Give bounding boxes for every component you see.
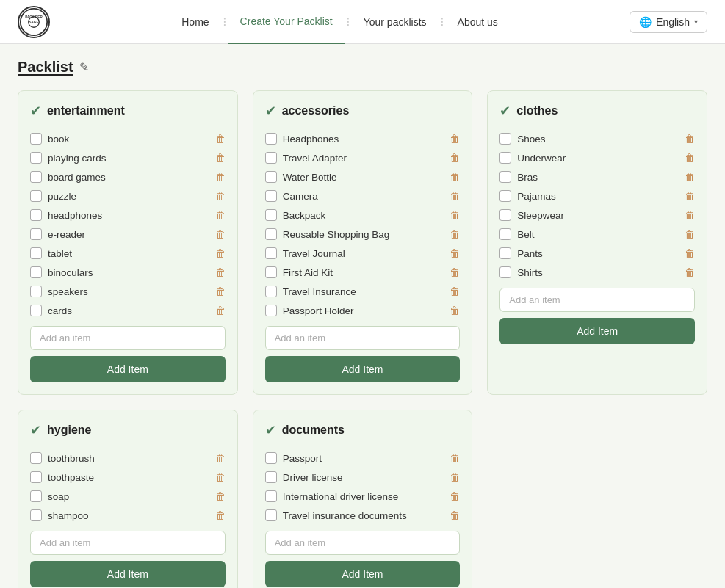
delete-icon[interactable]: 🗑 <box>215 228 226 240</box>
item-checkbox[interactable] <box>265 133 277 145</box>
item-checkbox[interactable] <box>499 266 511 278</box>
delete-icon[interactable]: 🗑 <box>450 152 460 164</box>
delete-icon[interactable]: 🗑 <box>685 171 695 183</box>
item-checkbox[interactable] <box>265 286 277 297</box>
item-label: Passport Holder <box>283 305 444 316</box>
delete-icon[interactable]: 🗑 <box>215 209 226 221</box>
delete-icon[interactable]: 🗑 <box>450 509 460 521</box>
item-checkbox[interactable] <box>499 190 511 202</box>
delete-icon[interactable]: 🗑 <box>450 133 460 145</box>
item-checkbox[interactable] <box>265 490 277 502</box>
delete-icon[interactable]: 🗑 <box>215 152 226 164</box>
item-checkbox[interactable] <box>30 190 42 202</box>
delete-icon[interactable]: 🗑 <box>450 228 460 240</box>
list-item: board games 🗑 <box>30 167 226 186</box>
item-checkbox[interactable] <box>30 509 42 521</box>
delete-icon[interactable]: 🗑 <box>450 247 460 259</box>
delete-icon[interactable]: 🗑 <box>450 452 460 464</box>
item-checkbox[interactable] <box>265 209 277 221</box>
delete-icon[interactable]: 🗑 <box>215 190 226 202</box>
delete-icon[interactable]: 🗑 <box>685 152 695 164</box>
item-checkbox[interactable] <box>499 152 511 164</box>
item-checkbox[interactable] <box>30 305 42 316</box>
category-card-clothes: ✔ clothes Shoes 🗑 Underwear 🗑 Bras 🗑 Paj… <box>487 90 707 395</box>
item-checkbox[interactable] <box>265 247 277 259</box>
main-nav: Home ⁝ Create Your Packlist ⁝ Your packl… <box>170 0 510 44</box>
add-item-input[interactable] <box>30 531 226 555</box>
item-checkbox[interactable] <box>265 509 277 521</box>
item-checkbox[interactable] <box>30 471 42 483</box>
item-checkbox[interactable] <box>499 133 511 145</box>
item-checkbox[interactable] <box>265 452 277 464</box>
item-checkbox[interactable] <box>265 305 277 316</box>
item-checkbox[interactable] <box>30 209 42 221</box>
delete-icon[interactable]: 🗑 <box>215 452 226 464</box>
delete-icon[interactable]: 🗑 <box>215 133 226 145</box>
delete-icon[interactable]: 🗑 <box>450 171 460 183</box>
delete-icon[interactable]: 🗑 <box>215 266 226 278</box>
item-checkbox[interactable] <box>30 490 42 502</box>
item-label: Underwear <box>517 153 679 164</box>
delete-icon[interactable]: 🗑 <box>685 133 695 145</box>
add-item-button[interactable]: Add Item <box>499 318 695 344</box>
delete-icon[interactable]: 🗑 <box>215 509 226 521</box>
nav-create[interactable]: Create Your Packlist <box>228 0 345 44</box>
item-checkbox[interactable] <box>265 471 277 483</box>
delete-icon[interactable]: 🗑 <box>450 305 460 316</box>
nav-about[interactable]: About us <box>446 0 510 44</box>
item-checkbox[interactable] <box>265 152 277 164</box>
item-checkbox[interactable] <box>30 228 42 240</box>
delete-icon[interactable]: 🗑 <box>685 247 695 259</box>
delete-icon[interactable]: 🗑 <box>685 190 695 202</box>
item-checkbox[interactable] <box>499 228 511 240</box>
delete-icon[interactable]: 🗑 <box>685 228 695 240</box>
item-checkbox[interactable] <box>30 266 42 278</box>
delete-icon[interactable]: 🗑 <box>450 209 460 221</box>
delete-icon[interactable]: 🗑 <box>215 490 226 502</box>
item-checkbox[interactable] <box>499 171 511 183</box>
delete-icon[interactable]: 🗑 <box>450 490 460 502</box>
delete-icon[interactable]: 🗑 <box>685 266 695 278</box>
item-checkbox[interactable] <box>30 286 42 297</box>
item-checkbox[interactable] <box>499 247 511 259</box>
delete-icon[interactable]: 🗑 <box>215 305 226 316</box>
delete-icon[interactable]: 🗑 <box>685 209 695 221</box>
item-checkbox[interactable] <box>265 171 277 183</box>
language-selector[interactable]: 🌐 English ▾ <box>630 11 707 33</box>
delete-icon[interactable]: 🗑 <box>450 266 460 278</box>
delete-icon[interactable]: 🗑 <box>450 471 460 483</box>
nav-your-packlists[interactable]: Your packlists <box>352 0 439 44</box>
delete-icon[interactable]: 🗑 <box>215 471 226 483</box>
add-item-button[interactable]: Add Item <box>265 561 461 587</box>
item-label: Travel Insurance <box>283 286 444 297</box>
add-item-input[interactable] <box>499 288 695 312</box>
delete-icon[interactable]: 🗑 <box>215 286 226 297</box>
category-card-hygiene: ✔ hygiene toothbrush 🗑 toothpaste 🗑 soap… <box>18 410 238 588</box>
item-checkbox[interactable] <box>265 228 277 240</box>
item-checkbox[interactable] <box>30 247 42 259</box>
item-checkbox[interactable] <box>265 266 277 278</box>
item-checkbox[interactable] <box>30 133 42 145</box>
delete-icon[interactable]: 🗑 <box>450 286 460 297</box>
edit-title-button[interactable]: ✎ <box>79 60 89 74</box>
add-item-button[interactable]: Add Item <box>30 561 226 587</box>
item-label: Pajamas <box>517 191 679 202</box>
item-checkbox[interactable] <box>265 190 277 202</box>
list-item: Headphones 🗑 <box>265 129 461 148</box>
add-item-button[interactable]: Add Item <box>30 356 226 382</box>
add-item-button[interactable]: Add Item <box>265 356 461 382</box>
list-item: puzzle 🗑 <box>30 186 226 206</box>
item-checkbox[interactable] <box>30 452 42 464</box>
add-item-input[interactable] <box>265 326 461 350</box>
delete-icon[interactable]: 🗑 <box>215 171 226 183</box>
add-item-input[interactable] <box>30 326 226 350</box>
nav-home[interactable]: Home <box>170 0 220 44</box>
item-checkbox[interactable] <box>499 209 511 221</box>
item-label: Headphones <box>283 134 444 145</box>
add-item-input[interactable] <box>265 531 461 555</box>
flag-icon: 🌐 <box>639 16 652 28</box>
item-checkbox[interactable] <box>30 152 42 164</box>
delete-icon[interactable]: 🗑 <box>450 190 460 202</box>
item-checkbox[interactable] <box>30 171 42 183</box>
delete-icon[interactable]: 🗑 <box>215 247 226 259</box>
